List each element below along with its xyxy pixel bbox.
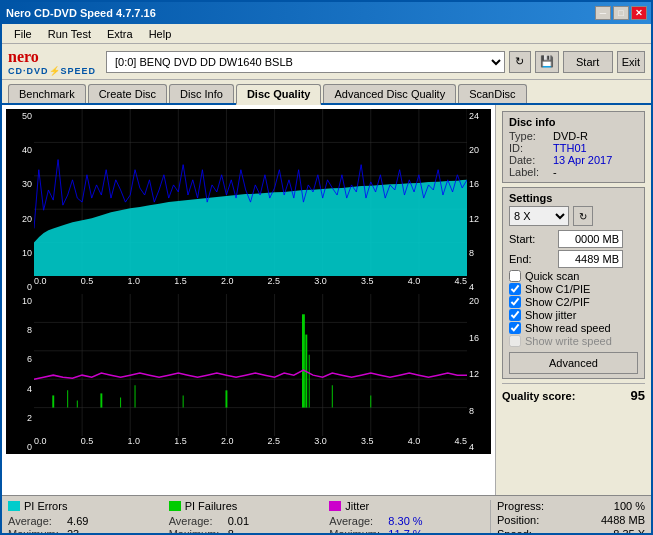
disc-info-section: Disc info Type: DVD-R ID: TTH01 Date: 13… (502, 111, 645, 183)
pi-errors-average-row: Average: 4.69 (8, 515, 169, 527)
disc-type-value: DVD-R (553, 130, 588, 142)
charts-area: 50 40 30 20 10 0 24 20 16 12 8 4 (2, 105, 496, 495)
show-c1-pie-row: Show C1/PIE (509, 283, 638, 295)
pi-failures-max-row: Maximum: 8 (169, 528, 330, 535)
show-read-speed-row: Show read speed (509, 322, 638, 334)
quality-row: Quality score: 95 (502, 383, 645, 403)
show-c1-pie-label: Show C1/PIE (525, 283, 590, 295)
bottom-chart: 10 8 6 4 2 0 20 16 12 8 4 (6, 294, 491, 454)
show-jitter-checkbox[interactable] (509, 309, 521, 321)
tab-advanced-disc-quality[interactable]: Advanced Disc Quality (323, 84, 456, 103)
minimize-button[interactable]: ─ (595, 6, 611, 20)
exit-button[interactable]: Exit (617, 51, 645, 73)
show-read-speed-checkbox[interactable] (509, 322, 521, 334)
jitter-max-row: Maximum: 11.7 % (329, 528, 490, 535)
refresh-icon-button[interactable]: ↻ (509, 51, 531, 73)
tab-benchmark[interactable]: Benchmark (8, 84, 86, 103)
settings-title: Settings (509, 192, 638, 204)
disc-label-label: Label: (509, 166, 549, 178)
advanced-button[interactable]: Advanced (509, 352, 638, 374)
pi-failures-section: PI Failures Average: 0.01 Maximum: 8 Tot… (169, 500, 330, 535)
speed-select[interactable]: 8 X (509, 206, 569, 226)
disc-date-label: Date: (509, 154, 549, 166)
bottom-chart-svg (34, 294, 467, 436)
show-write-speed-row: Show write speed (509, 335, 638, 347)
pi-errors-max-row: Maximum: 23 (8, 528, 169, 535)
pi-errors-color-box (8, 501, 20, 511)
disc-info-title: Disc info (509, 116, 638, 128)
start-field-input[interactable] (558, 230, 623, 248)
jitter-section: Jitter Average: 8.30 % Maximum: 11.7 % (329, 500, 490, 535)
show-jitter-label: Show jitter (525, 309, 576, 321)
progress-row: Progress: 100 % (497, 500, 645, 512)
tab-bar: Benchmark Create Disc Disc Info Disc Qua… (2, 80, 651, 105)
pi-failures-title: PI Failures (169, 500, 330, 512)
nero-brand: nero (8, 48, 96, 66)
tab-create-disc[interactable]: Create Disc (88, 84, 167, 103)
disc-date-row: Date: 13 Apr 2017 (509, 154, 638, 166)
show-c2-pif-checkbox[interactable] (509, 296, 521, 308)
settings-section: Settings 8 X ↻ Start: End: Qui (502, 187, 645, 379)
menu-file[interactable]: File (6, 26, 40, 42)
menu-extra[interactable]: Extra (99, 26, 141, 42)
quality-score-value: 95 (631, 388, 645, 403)
quality-score-label: Quality score: (502, 390, 575, 402)
start-field-row: Start: (509, 230, 638, 248)
drive-select[interactable]: [0:0] BENQ DVD DD DW1640 BSLB (106, 51, 505, 73)
progress-section: Progress: 100 % Position: 4488 MB Speed:… (490, 500, 645, 535)
tab-scan-disc[interactable]: ScanDisc (458, 84, 526, 103)
main-content: 50 40 30 20 10 0 24 20 16 12 8 4 (2, 105, 651, 495)
top-chart-x-axis: 0.0 0.5 1.0 1.5 2.0 2.5 3.0 3.5 4.0 4.5 (34, 276, 467, 294)
main-window: Nero CD-DVD Speed 4.7.7.16 ─ □ ✕ File Ru… (0, 0, 653, 535)
top-chart-y-left: 50 40 30 20 10 0 (6, 109, 34, 294)
jitter-color-box (329, 501, 341, 511)
disc-type-label: Type: (509, 130, 549, 142)
maximize-button[interactable]: □ (613, 6, 629, 20)
menu-bar: File Run Test Extra Help (2, 24, 651, 44)
disc-id-label: ID: (509, 142, 549, 154)
end-field-label: End: (509, 253, 554, 265)
disc-id-row: ID: TTH01 (509, 142, 638, 154)
disc-label-row: Label: - (509, 166, 638, 178)
pi-errors-title: PI Errors (8, 500, 169, 512)
show-write-speed-checkbox[interactable] (509, 335, 521, 347)
show-c1-pie-checkbox[interactable] (509, 283, 521, 295)
bottom-chart-y-left: 10 8 6 4 2 0 (6, 294, 34, 454)
menu-run-test[interactable]: Run Test (40, 26, 99, 42)
disc-id-value: TTH01 (553, 142, 587, 154)
nero-logo: nero CD·DVD⚡SPEED (8, 48, 96, 76)
tab-disc-quality[interactable]: Disc Quality (236, 84, 322, 105)
close-button[interactable]: ✕ (631, 6, 647, 20)
end-field-input[interactable] (558, 250, 623, 268)
toolbar: nero CD·DVD⚡SPEED [0:0] BENQ DVD DD DW16… (2, 44, 651, 80)
end-field-row: End: (509, 250, 638, 268)
show-jitter-row: Show jitter (509, 309, 638, 321)
bottom-chart-y-right: 20 16 12 8 4 (467, 294, 491, 454)
speed-row: 8 X ↻ (509, 206, 638, 226)
quick-scan-label: Quick scan (525, 270, 579, 282)
quick-scan-checkbox[interactable] (509, 270, 521, 282)
speed-row: Speed: 8.35 X (497, 528, 645, 535)
title-bar: Nero CD-DVD Speed 4.7.7.16 ─ □ ✕ (2, 2, 651, 24)
position-row: Position: 4488 MB (497, 514, 645, 526)
top-chart-inner (34, 109, 467, 276)
window-title: Nero CD-DVD Speed 4.7.7.16 (6, 7, 156, 19)
disc-label-value: - (553, 166, 557, 178)
disc-date-value: 13 Apr 2017 (553, 154, 612, 166)
top-chart-svg (34, 109, 467, 276)
bottom-chart-x-axis: 0.0 0.5 1.0 1.5 2.0 2.5 3.0 3.5 4.0 4.5 (34, 436, 467, 454)
bottom-chart-inner (34, 294, 467, 436)
show-c2-pif-row: Show C2/PIF (509, 296, 638, 308)
save-button[interactable]: 💾 (535, 51, 559, 73)
start-field-label: Start: (509, 233, 554, 245)
top-chart-y-right: 24 20 16 12 8 4 (467, 109, 491, 294)
pi-failures-average-row: Average: 0.01 (169, 515, 330, 527)
show-c2-pif-label: Show C2/PIF (525, 296, 590, 308)
jitter-title: Jitter (329, 500, 490, 512)
disc-type-row: Type: DVD-R (509, 130, 638, 142)
pi-failures-color-box (169, 501, 181, 511)
tab-disc-info[interactable]: Disc Info (169, 84, 234, 103)
speed-refresh-button[interactable]: ↻ (573, 206, 593, 226)
start-button[interactable]: Start (563, 51, 613, 73)
menu-help[interactable]: Help (141, 26, 180, 42)
